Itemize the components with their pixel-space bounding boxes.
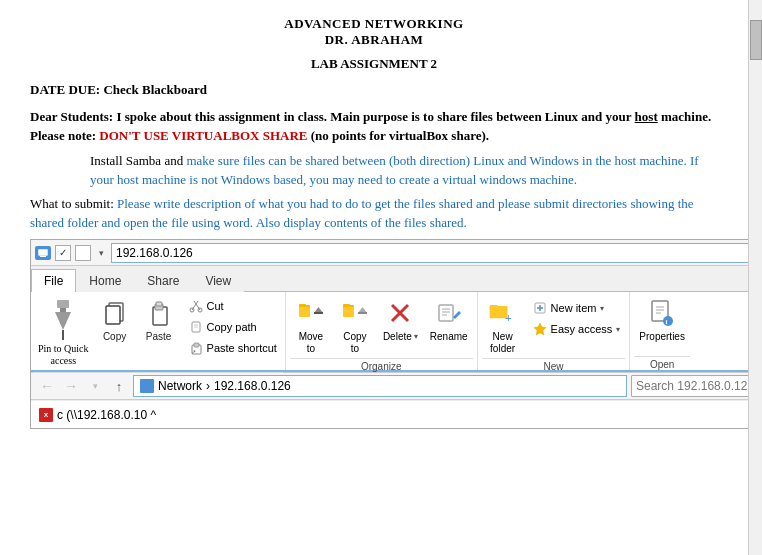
doc-title1: ADVANCED NETWORKING <box>30 16 718 32</box>
copy-path-button[interactable]: Copy path <box>184 317 261 337</box>
addr-dropdown-arrow[interactable]: ▾ <box>95 245 107 261</box>
cut-copypath-pasteshortcut: Cut Copy path <box>182 294 283 360</box>
recent-button[interactable]: ▾ <box>85 376 105 396</box>
tab-home[interactable]: Home <box>76 269 134 292</box>
easy-access-button[interactable]: Easy access ▾ <box>528 319 626 339</box>
svg-rect-0 <box>38 249 48 256</box>
paste-icon <box>143 297 175 329</box>
nav-computer-icon <box>140 379 154 393</box>
nav-path[interactable]: Network › 192.168.0.126 <box>133 375 627 397</box>
svg-rect-10 <box>156 302 162 306</box>
svg-rect-22 <box>299 304 306 307</box>
svg-rect-2 <box>57 300 69 308</box>
ribbon-body: Pin to Quick access Copy <box>31 292 762 372</box>
date-due: DATE DUE: Check Blackboard <box>30 82 718 98</box>
lab-assignment: LAB ASSIGNMENT 2 <box>30 56 718 72</box>
file-name: c (\\192.168.0.10 ^ <box>57 408 156 422</box>
doc-title2: DR. ABRAHAM <box>30 32 718 48</box>
copy-path-icon <box>188 319 204 335</box>
open-group-top: i Properties <box>634 294 690 356</box>
file-icon: x <box>39 408 53 422</box>
new-folder-label: New folder <box>490 331 515 355</box>
para1-end: (no points for virtualBox share). <box>308 128 490 143</box>
nav-address: 192.168.0.126 <box>214 379 291 393</box>
list-item[interactable]: x c (\\192.168.0.10 ^ <box>39 408 156 422</box>
file-list: x c (\\192.168.0.10 ^ <box>31 400 762 428</box>
paste-label: Paste <box>146 331 172 343</box>
easy-access-arrow: ▾ <box>616 325 620 334</box>
svg-rect-27 <box>343 304 350 307</box>
properties-label: Properties <box>639 331 685 343</box>
open-group-label: Open <box>634 356 690 370</box>
cut-icon <box>188 298 204 314</box>
svg-rect-1 <box>40 256 46 257</box>
back-button[interactable]: ← <box>37 376 57 396</box>
new-folder-icon: + <box>487 297 519 329</box>
organize-group: Move to Copy t <box>286 292 478 370</box>
pin-label: Pin to Quick access <box>38 343 89 367</box>
svg-point-48 <box>663 316 673 326</box>
pin-to-quick-access-button[interactable]: Pin to Quick access <box>33 294 94 370</box>
nav-bar: ← → ▾ ↑ Network › 192.168.0.126 <box>31 372 762 400</box>
svg-text:i: i <box>666 318 668 326</box>
copy-icon <box>99 297 131 329</box>
forward-button[interactable]: → <box>61 376 81 396</box>
open-group: i Properties Open <box>630 292 694 370</box>
copy-button[interactable]: Copy <box>94 294 136 360</box>
copy-label: Copy <box>103 331 126 343</box>
new-group: + New folder <box>478 292 631 370</box>
main-content: ADVANCED NETWORKING DR. ABRAHAM LAB ASSI… <box>0 0 748 429</box>
properties-button[interactable]: i Properties <box>634 294 690 346</box>
cut-label: Cut <box>207 300 224 312</box>
new-item-button[interactable]: New item ▾ <box>528 298 626 318</box>
ribbon-tabs: File Home Share View <box>31 266 762 292</box>
move-to-label: Move to <box>299 331 323 355</box>
svg-rect-19 <box>194 343 199 347</box>
address-bar: ✓ ▾ 192.168.0.126 <box>31 240 762 266</box>
move-to-icon <box>295 297 327 329</box>
rename-label: Rename <box>430 331 468 343</box>
tab-file[interactable]: File <box>31 269 76 292</box>
tab-share[interactable]: Share <box>134 269 192 292</box>
easy-access-label: Easy access <box>551 323 613 335</box>
svg-rect-7 <box>106 306 120 324</box>
svg-text:↗: ↗ <box>191 349 196 355</box>
tab-view[interactable]: View <box>192 269 244 292</box>
new-folder-button[interactable]: + New folder <box>482 294 524 358</box>
copy-paste-area: Copy Paste <box>94 294 283 360</box>
new-group-top: + New folder <box>482 294 626 358</box>
svg-rect-23 <box>299 307 310 317</box>
cut-button[interactable]: Cut <box>184 296 228 316</box>
addr-blank <box>75 245 91 261</box>
new-item-arrow: ▾ <box>600 304 604 313</box>
paragraph3: What to submit: Please write description… <box>30 195 718 233</box>
delete-label: Delete ▾ <box>383 331 418 343</box>
paste-shortcut-button[interactable]: ↗ Paste shortcut <box>184 338 281 358</box>
addr-check: ✓ <box>55 245 71 261</box>
up-button[interactable]: ↑ <box>109 376 129 396</box>
paste-shortcut-label: Paste shortcut <box>207 342 277 354</box>
copy-to-button[interactable]: Copy to <box>334 294 376 358</box>
computer-icon <box>35 246 51 260</box>
clipboard-group: Pin to Quick access Copy <box>31 292 286 370</box>
paste-button[interactable]: Paste <box>138 294 180 360</box>
paragraph2: Install Samba and make sure files can be… <box>90 152 718 190</box>
nav-network: Network <box>158 379 202 393</box>
address-path[interactable]: 192.168.0.126 <box>111 243 762 263</box>
clipboard-top: Pin to Quick access Copy <box>33 294 283 372</box>
new-item-easy-stack: New item ▾ Easy access ▾ <box>528 294 626 339</box>
rename-button[interactable]: Rename <box>425 294 473 346</box>
scrollbar-thumb[interactable] <box>750 20 762 60</box>
explorer-window: ✓ ▾ 192.168.0.126 File Home Share View <box>30 239 762 429</box>
organize-top: Move to Copy t <box>290 294 473 358</box>
nav-sep: › <box>206 379 210 393</box>
paste-shortcut-icon: ↗ <box>188 340 204 356</box>
organize-label: Organize <box>290 358 473 372</box>
scrollbar[interactable] <box>748 0 762 555</box>
properties-icon: i <box>646 297 678 329</box>
search-input[interactable] <box>631 375 762 397</box>
delete-button[interactable]: Delete ▾ <box>378 294 423 346</box>
para1-red: DON'T USE VIRTUALBOX SHARE <box>99 128 307 143</box>
address-text: 192.168.0.126 <box>116 246 193 260</box>
move-to-button[interactable]: Move to <box>290 294 332 358</box>
